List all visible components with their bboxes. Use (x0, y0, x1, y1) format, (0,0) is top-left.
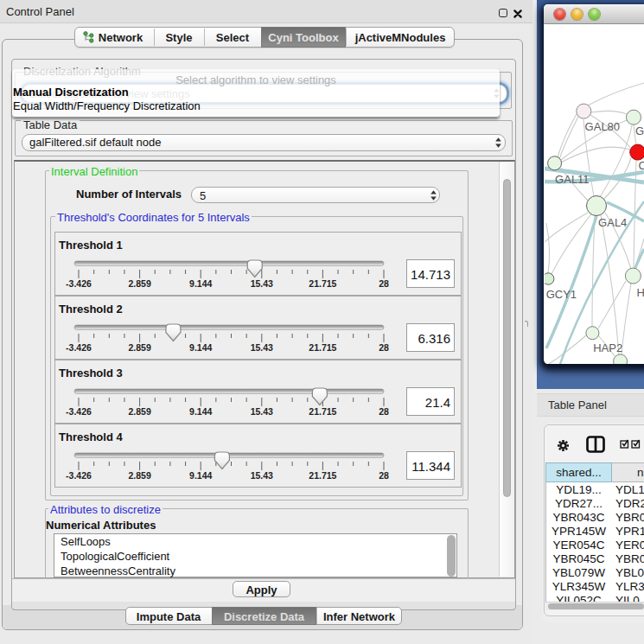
svg-text:21.715: 21.715 (309, 278, 336, 289)
svg-text:GA: GA (635, 124, 644, 137)
svg-text:2.859: 2.859 (128, 342, 150, 353)
svg-text:15.43: 15.43 (251, 342, 273, 353)
svg-text:15.43: 15.43 (251, 470, 273, 481)
svg-text:GAL4: GAL4 (598, 216, 627, 229)
svg-text:-3.426: -3.426 (66, 406, 92, 417)
svg-text:21.715: 21.715 (309, 470, 336, 481)
svg-text:28: 28 (379, 470, 389, 481)
svg-text:9.144: 9.144 (189, 342, 212, 353)
svg-text:9.144: 9.144 (189, 470, 212, 481)
svg-text:-3.426: -3.426 (66, 470, 92, 481)
svg-text:H: H (636, 286, 644, 299)
svg-text:-3.426: -3.426 (66, 342, 92, 353)
svg-text:28: 28 (379, 406, 389, 417)
svg-text:2.859: 2.859 (128, 278, 150, 289)
svg-text:HAP2: HAP2 (593, 341, 622, 354)
svg-text:2.859: 2.859 (128, 406, 150, 417)
svg-text:9.144: 9.144 (189, 278, 212, 289)
svg-text:2.859: 2.859 (128, 470, 150, 481)
svg-text:GCY1: GCY1 (546, 288, 577, 301)
svg-text:21.715: 21.715 (309, 406, 336, 417)
svg-text:15.43: 15.43 (251, 278, 273, 289)
svg-text:28: 28 (379, 342, 389, 353)
svg-text:GAL80: GAL80 (585, 120, 620, 133)
svg-text:21.715: 21.715 (309, 342, 336, 353)
svg-text:-3.426: -3.426 (66, 278, 92, 289)
svg-text:9.144: 9.144 (189, 406, 212, 417)
svg-text:GAL11: GAL11 (555, 173, 590, 186)
svg-text:28: 28 (379, 278, 389, 289)
svg-text:C: C (639, 159, 644, 172)
svg-text:15.43: 15.43 (251, 406, 273, 417)
